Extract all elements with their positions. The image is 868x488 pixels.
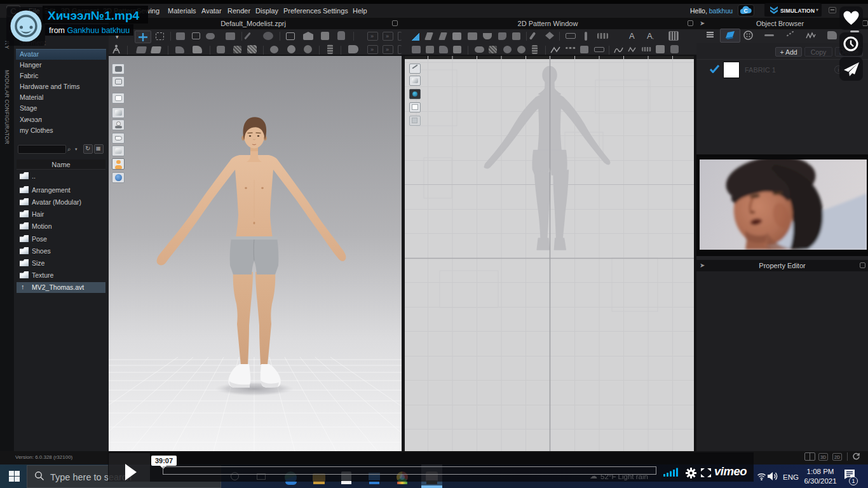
- svg-text:C: C: [744, 8, 748, 14]
